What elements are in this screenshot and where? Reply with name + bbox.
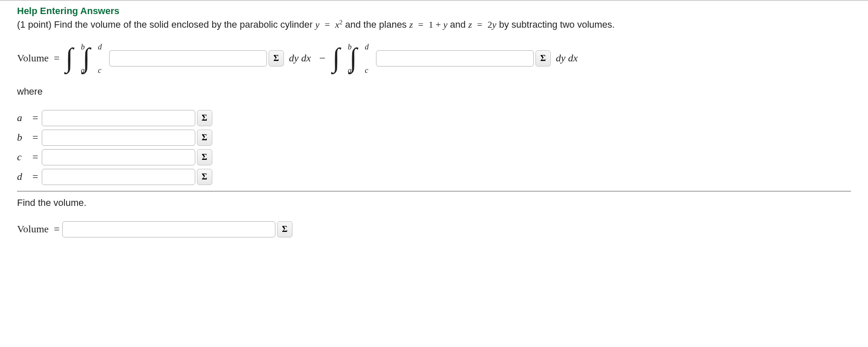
final-volume-equals: = bbox=[51, 223, 62, 234]
eq3-equals: = bbox=[475, 19, 485, 30]
eq2-equals: = bbox=[416, 19, 426, 30]
bound-c-label: c bbox=[17, 151, 32, 163]
sigma-button-final[interactable]: Σ bbox=[277, 221, 292, 237]
eq1-rhs-base: x bbox=[335, 19, 339, 30]
help-link[interactable]: Help Entering Answers bbox=[17, 6, 851, 17]
bounds-grid: a = Σ b = Σ c = Σ d = Σ bbox=[17, 110, 851, 185]
final-volume-row: Volume = Σ bbox=[17, 221, 851, 237]
minus-sign: − bbox=[316, 52, 329, 65]
volume-equals: = bbox=[51, 52, 62, 64]
eq1-lhs: y bbox=[315, 19, 320, 30]
integral-sign-inner-1: ∫ bbox=[83, 44, 90, 72]
problem-prefix: (1 point) Find the volume of the solid e… bbox=[17, 19, 315, 30]
separator bbox=[17, 191, 851, 191]
eq2-lhs: z bbox=[409, 19, 413, 30]
integral-sign-inner-2: ∫ bbox=[350, 44, 357, 72]
eq2-rhs-y: y bbox=[443, 19, 448, 30]
problem-statement: (1 point) Find the volume of the solid e… bbox=[17, 18, 851, 32]
sigma-button-d[interactable]: Σ bbox=[197, 169, 212, 185]
bound-c-input[interactable] bbox=[42, 149, 195, 165]
bound-d-input[interactable] bbox=[42, 169, 195, 185]
final-volume-label-text: Volume bbox=[17, 223, 49, 234]
eq1-equals: = bbox=[322, 19, 332, 30]
volume-label: Volume = bbox=[17, 52, 62, 64]
final-volume-input[interactable] bbox=[62, 221, 275, 237]
sigma-button-b[interactable]: Σ bbox=[197, 130, 212, 146]
bound-a-label: a bbox=[17, 112, 32, 124]
volume-label-text: Volume bbox=[17, 52, 49, 64]
eq3-lhs: z bbox=[468, 19, 472, 30]
sigma-button-integrand-2[interactable]: Σ bbox=[535, 50, 551, 67]
eq3-rhs-y: y bbox=[492, 19, 497, 30]
problem-mid1: and the planes bbox=[345, 19, 409, 30]
integral-sign-outer-1: ∫ bbox=[66, 44, 73, 72]
dydx-1: dy dx bbox=[284, 52, 316, 64]
bound-a-equals: = bbox=[32, 112, 42, 124]
eq2-rhs-1: 1 + bbox=[428, 19, 443, 30]
bound-c-equals: = bbox=[32, 151, 42, 163]
integrand-1-input[interactable] bbox=[109, 50, 267, 67]
dydx-2: dy dx bbox=[551, 52, 583, 64]
inner-upper-1: d bbox=[98, 43, 102, 52]
sigma-button-integrand-1[interactable]: Σ bbox=[269, 50, 284, 67]
eq1-rhs-exp: 2 bbox=[339, 18, 343, 26]
bound-b-label: b bbox=[17, 132, 32, 143]
find-volume-text: Find the volume. bbox=[17, 197, 851, 208]
final-volume-label: Volume = bbox=[17, 223, 62, 235]
bound-a-input[interactable] bbox=[42, 110, 195, 126]
integral-2: ∫ b a ∫ d c bbox=[329, 43, 376, 73]
bound-b-input[interactable] bbox=[42, 130, 195, 146]
inner-lower-2: c bbox=[365, 66, 368, 75]
sigma-button-a[interactable]: Σ bbox=[197, 110, 212, 126]
integral-sign-outer-2: ∫ bbox=[333, 44, 340, 72]
integrand-2-input[interactable] bbox=[376, 50, 534, 67]
eq3-rhs-2: 2 bbox=[488, 19, 492, 30]
sigma-button-c[interactable]: Σ bbox=[197, 149, 212, 165]
where-label: where bbox=[17, 86, 851, 97]
integral-1: ∫ b a ∫ d c bbox=[62, 43, 109, 73]
problem-mid2: and bbox=[450, 19, 469, 30]
bound-d-equals: = bbox=[32, 171, 42, 182]
bound-d-label: d bbox=[17, 171, 32, 182]
inner-lower-1: c bbox=[98, 66, 101, 75]
bound-b-equals: = bbox=[32, 132, 42, 143]
volume-equation-row: Volume = ∫ b a ∫ d c Σ dy dx − ∫ b a ∫ d… bbox=[17, 43, 851, 73]
problem-suffix: by subtracting two volumes. bbox=[499, 19, 615, 30]
inner-upper-2: d bbox=[365, 43, 369, 52]
